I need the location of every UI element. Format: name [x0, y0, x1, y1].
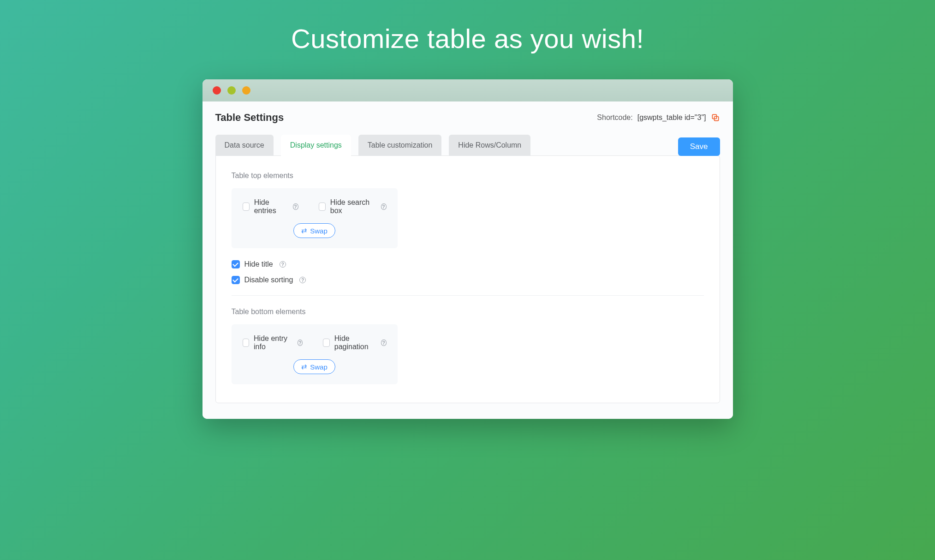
checkbox-hide-pagination[interactable]: Hide pagination ? [323, 334, 386, 351]
checkbox-hide-title[interactable]: Hide title ? [232, 260, 704, 268]
tab-data-source[interactable]: Data source [215, 135, 274, 156]
shortcode-display: Shortcode: [gswpts_table id="3"] [597, 113, 720, 122]
copy-icon[interactable] [711, 113, 720, 122]
section-title-top: Table top elements [232, 172, 704, 180]
checkbox-label: Hide title [244, 260, 273, 268]
section-title-bottom: Table bottom elements [232, 308, 704, 316]
tab-label: Hide Rows/Column [458, 141, 521, 149]
checkbox-box-icon [243, 203, 250, 211]
tabs: Data source Display settings Table custo… [215, 135, 531, 156]
panel-title: Table Settings [215, 112, 284, 124]
tab-label: Table customization [368, 141, 433, 149]
checkbox-hide-entries[interactable]: Hide entries ? [243, 198, 298, 215]
swap-label: Swap [310, 227, 328, 235]
tab-display-settings[interactable]: Display settings [281, 135, 351, 156]
window: Table Settings Shortcode: [gswpts_table … [202, 79, 733, 419]
checkbox-box-icon [323, 339, 330, 347]
checkbox-label: Hide entries [254, 198, 286, 215]
checkbox-label: Hide pagination [334, 334, 375, 351]
top-elements-group: Hide entries ? Hide search box ? ⇄ Swap [232, 188, 398, 248]
help-icon[interactable]: ? [280, 261, 286, 268]
hero-title: Customize table as you wish! [291, 23, 644, 54]
checkbox-label: Disable sorting [244, 276, 293, 284]
minimize-icon[interactable] [227, 86, 236, 95]
checkbox-box-icon [319, 203, 326, 211]
swap-icon: ⇄ [301, 363, 307, 371]
shortcode-label: Shortcode: [597, 113, 632, 122]
panel-header: Table Settings Shortcode: [gswpts_table … [215, 112, 720, 124]
checkbox-box-icon [232, 276, 240, 284]
tab-label: Display settings [290, 141, 342, 149]
tab-content: Table top elements Hide entries ? Hide s… [215, 155, 720, 403]
checkbox-hide-entry-info[interactable]: Hide entry info ? [243, 334, 303, 351]
swap-label: Swap [310, 363, 328, 371]
swap-bottom-button[interactable]: ⇄ Swap [293, 359, 335, 374]
window-titlebar [202, 79, 733, 101]
help-icon[interactable]: ? [381, 203, 387, 210]
tab-hide-rows-column[interactable]: Hide Rows/Column [449, 135, 530, 156]
checkbox-label: Hide entry info [254, 334, 291, 351]
toolbar: Data source Display settings Table custo… [215, 135, 720, 156]
help-icon[interactable]: ? [293, 203, 298, 210]
settings-panel: Table Settings Shortcode: [gswpts_table … [202, 101, 733, 419]
bottom-elements-group: Hide entry info ? Hide pagination ? ⇄ Sw… [232, 324, 398, 384]
checkbox-box-icon [232, 260, 240, 268]
checkbox-label: Hide search box [330, 198, 375, 215]
checkbox-box-icon [243, 339, 250, 347]
tab-label: Data source [225, 141, 264, 149]
help-icon[interactable]: ? [298, 340, 303, 346]
checkbox-disable-sorting[interactable]: Disable sorting ? [232, 276, 704, 284]
help-icon[interactable]: ? [299, 277, 306, 283]
save-button[interactable]: Save [678, 137, 720, 156]
section-divider [232, 295, 704, 296]
swap-icon: ⇄ [301, 226, 307, 235]
close-icon[interactable] [213, 86, 221, 95]
swap-top-button[interactable]: ⇄ Swap [293, 223, 335, 238]
tab-table-customization[interactable]: Table customization [358, 135, 442, 156]
help-icon[interactable]: ? [381, 340, 386, 346]
shortcode-code: [gswpts_table id="3"] [637, 113, 706, 122]
maximize-icon[interactable] [242, 86, 250, 95]
checkbox-hide-search-box[interactable]: Hide search box ? [319, 198, 387, 215]
